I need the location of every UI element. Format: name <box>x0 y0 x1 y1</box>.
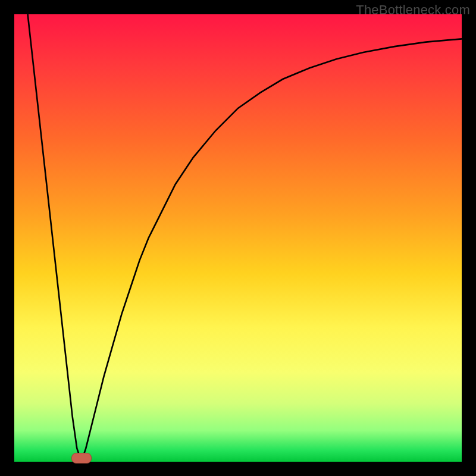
curves-svg <box>14 14 462 462</box>
chart-frame: TheBottleneck.com <box>0 0 476 476</box>
watermark-text: TheBottleneck.com <box>356 2 470 18</box>
curve-left <box>28 14 82 462</box>
bottleneck-marker <box>71 453 92 464</box>
plot-area <box>14 14 462 462</box>
curve-right <box>82 39 462 462</box>
